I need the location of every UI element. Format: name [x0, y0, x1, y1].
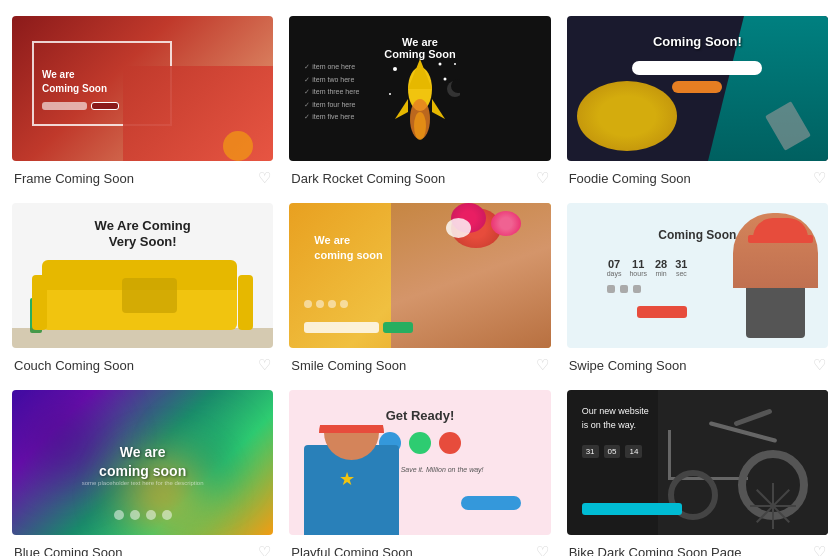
- card-5-text: We arecoming soon: [314, 233, 382, 264]
- svg-marker-4: [395, 99, 408, 119]
- card-8-label: Playful Coming Soon: [291, 545, 412, 557]
- card-smile-coming-soon[interactable]: We arecoming soon Smile Coming Soon ♡: [289, 203, 550, 374]
- card-4-heading: We Are ComingVery Soon!: [95, 218, 191, 249]
- card-2-text: We areComing Soon: [384, 36, 456, 60]
- svg-marker-5: [432, 99, 445, 119]
- card-9-thumbnail: SomePrint Our new websiteis on the way. …: [567, 390, 828, 535]
- card-7-label-row: Blue Coming Soon ♡: [12, 543, 273, 556]
- card-7-heart-icon[interactable]: ♡: [258, 543, 271, 556]
- template-grid: We areComing Soon Frame Coming Soon ♡ We…: [8, 8, 832, 556]
- card-bike-dark-coming-soon[interactable]: SomePrint Our new websiteis on the way. …: [567, 390, 828, 556]
- card-3-title: Coming Soon!: [653, 34, 742, 49]
- card-7-label: Blue Coming Soon: [14, 545, 122, 557]
- card-5-thumbnail: We arecoming soon: [289, 203, 550, 348]
- card-9-countdown: 31 05 14: [582, 445, 643, 458]
- card-8-title: Get Ready!: [386, 408, 455, 423]
- card-3-label: Foodie Coming Soon: [569, 171, 691, 186]
- card-5-heart-icon[interactable]: ♡: [536, 356, 549, 374]
- card-3-thumbnail: Coming Soon!: [567, 16, 828, 161]
- card-couch-coming-soon[interactable]: We Are ComingVery Soon! Couch Coming Soo…: [12, 203, 273, 374]
- card-foodie-coming-soon[interactable]: Coming Soon! Foodie Coming Soon ♡: [567, 16, 828, 187]
- card-2-label-row: Dark Rocket Coming Soon ♡: [289, 169, 550, 187]
- card-9-text: Our new websiteis on the way.: [582, 405, 649, 432]
- card-6-thumbnail: Coming Soon 07 days 11 hours 28 min 31 s…: [567, 203, 828, 348]
- card-8-heart-icon[interactable]: ♡: [536, 543, 549, 556]
- card-4-thumbnail: We Are ComingVery Soon!: [12, 203, 273, 348]
- card-7-text: We arecoming soon: [99, 443, 186, 482]
- card-2-heart-icon[interactable]: ♡: [536, 169, 549, 187]
- svg-point-9: [389, 93, 391, 95]
- card-9-label-row: Bike Dark Coming Soon Page ♡: [567, 543, 828, 556]
- card-7-thumbnail: We arecoming soon some placeholder text …: [12, 390, 273, 535]
- card-swipe-coming-soon[interactable]: Coming Soon 07 days 11 hours 28 min 31 s…: [567, 203, 828, 374]
- card-6-label-row: Swipe Coming Soon ♡: [567, 356, 828, 374]
- card-frame-coming-soon[interactable]: We areComing Soon Frame Coming Soon ♡: [12, 16, 273, 187]
- card-5-label-row: Smile Coming Soon ♡: [289, 356, 550, 374]
- svg-point-3: [414, 112, 426, 140]
- card-6-text: Coming Soon: [658, 228, 736, 242]
- card-6-heart-icon[interactable]: ♡: [813, 356, 826, 374]
- card-5-label: Smile Coming Soon: [291, 358, 406, 373]
- card-playful-coming-soon[interactable]: Get Ready! ★ Save it. Million on the way…: [289, 390, 550, 556]
- card-8-btn[interactable]: [461, 496, 521, 510]
- card-1-heart-icon[interactable]: ♡: [258, 169, 271, 187]
- svg-point-8: [454, 63, 456, 65]
- card-1-label-row: Frame Coming Soon ♡: [12, 169, 273, 187]
- card-9-heart-icon[interactable]: ♡: [813, 543, 826, 556]
- card-8-label-row: Playful Coming Soon ♡: [289, 543, 550, 556]
- card-9-label: Bike Dark Coming Soon Page: [569, 545, 742, 557]
- card-3-label-row: Foodie Coming Soon ♡: [567, 169, 828, 187]
- card-1-label: Frame Coming Soon: [14, 171, 134, 186]
- card-blue-coming-soon[interactable]: We arecoming soon some placeholder text …: [12, 390, 273, 556]
- card-4-heart-icon[interactable]: ♡: [258, 356, 271, 374]
- card-3-heart-icon[interactable]: ♡: [813, 169, 826, 187]
- card-2-label: Dark Rocket Coming Soon: [291, 171, 445, 186]
- card-7-social-row: [114, 510, 172, 520]
- card-dark-rocket-coming-soon[interactable]: We areComing Soon ✓ item one here ✓ item…: [289, 16, 550, 187]
- rocket-svg: [380, 54, 460, 154]
- card-4-label: Couch Coming Soon: [14, 358, 134, 373]
- card-2-thumbnail: We areComing Soon ✓ item one here ✓ item…: [289, 16, 550, 161]
- card-8-thumbnail: Get Ready! ★ Save it. Million on the way…: [289, 390, 550, 535]
- card-6-countdown: 07 days 11 hours 28 min 31 sec: [607, 258, 688, 277]
- svg-point-6: [393, 67, 397, 71]
- card-6-label: Swipe Coming Soon: [569, 358, 687, 373]
- card-1-thumbnail: We areComing Soon: [12, 16, 273, 161]
- svg-point-10: [438, 62, 441, 65]
- card-4-label-row: Couch Coming Soon ♡: [12, 356, 273, 374]
- svg-point-7: [443, 77, 446, 80]
